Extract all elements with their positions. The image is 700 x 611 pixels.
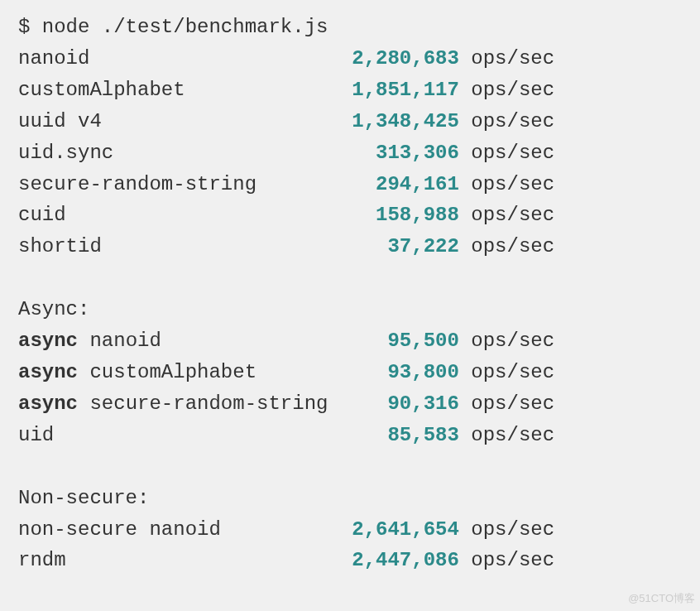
benchmark-unit: ops/sec [459,545,554,576]
benchmark-name: cuid [18,200,340,231]
blank-line [18,451,682,483]
benchmark-row: rndm 2,447,086ops/sec [18,545,682,576]
benchmark-unit: ops/sec [459,137,554,169]
benchmark-name: shortid [18,231,340,262]
benchmark-name: async nanoid [18,325,340,357]
benchmark-row: async secure-random-string 90,316ops/sec [18,388,682,420]
benchmark-value: 95,500 [340,325,459,357]
benchmark-row: cuid 158,988ops/sec [18,200,682,231]
benchmark-value: 2,280,683 [340,43,459,75]
benchmark-unit: ops/sec [459,388,554,420]
benchmark-value: 313,306 [340,137,459,169]
benchmark-unit: ops/sec [459,325,554,357]
benchmark-row: non-secure nanoid 2,641,654ops/sec [18,514,682,546]
benchmark-unit: ops/sec [459,200,554,231]
command-prompt: $ node ./test/benchmark.js [18,12,682,43]
benchmark-value: 1,851,117 [340,75,459,106]
benchmark-unit: ops/sec [459,514,554,546]
section-heading: Async: [18,294,682,325]
benchmark-row: async customAlphabet 93,800ops/sec [18,357,682,388]
section-heading: Non-secure: [18,483,682,514]
benchmark-unit: ops/sec [459,43,554,75]
watermark: @51CTO博客 [628,590,695,608]
benchmark-row: customAlphabet 1,851,117ops/sec [18,75,682,106]
benchmark-value: 294,161 [340,169,459,200]
benchmark-value: 90,316 [340,388,459,420]
benchmark-value: 2,447,086 [340,545,459,576]
benchmark-name: uid [18,420,340,451]
benchmark-unit: ops/sec [459,420,554,451]
benchmark-value: 2,641,654 [340,514,459,546]
benchmark-row: shortid 37,222ops/sec [18,231,682,262]
benchmark-value: 158,988 [340,200,459,231]
blank-line [18,262,682,294]
benchmark-unit: ops/sec [459,75,554,106]
benchmark-row: async nanoid 95,500ops/sec [18,325,682,357]
benchmark-name: secure-random-string [18,169,340,200]
benchmark-row: secure-random-string 294,161ops/sec [18,169,682,200]
benchmark-name: nanoid [18,43,340,75]
terminal-output: $ node ./test/benchmark.jsnanoid 2,280,6… [18,12,682,576]
benchmark-unit: ops/sec [459,106,554,137]
benchmark-value: 37,222 [340,231,459,262]
benchmark-name: uid.sync [18,137,340,169]
benchmark-row: uid 85,583ops/sec [18,420,682,451]
benchmark-value: 1,348,425 [340,106,459,137]
benchmark-unit: ops/sec [459,357,554,388]
benchmark-name: non-secure nanoid [18,514,340,546]
benchmark-name: rndm [18,545,340,576]
benchmark-unit: ops/sec [459,231,554,262]
benchmark-name: uuid v4 [18,106,340,137]
benchmark-name: async customAlphabet [18,357,340,388]
benchmark-unit: ops/sec [459,169,554,200]
benchmark-value: 85,583 [340,420,459,451]
benchmark-name: async secure-random-string [18,388,340,420]
benchmark-row: uuid v4 1,348,425ops/sec [18,106,682,137]
benchmark-row: nanoid 2,280,683ops/sec [18,43,682,75]
benchmark-row: uid.sync 313,306ops/sec [18,137,682,169]
benchmark-name: customAlphabet [18,75,340,106]
benchmark-value: 93,800 [340,357,459,388]
